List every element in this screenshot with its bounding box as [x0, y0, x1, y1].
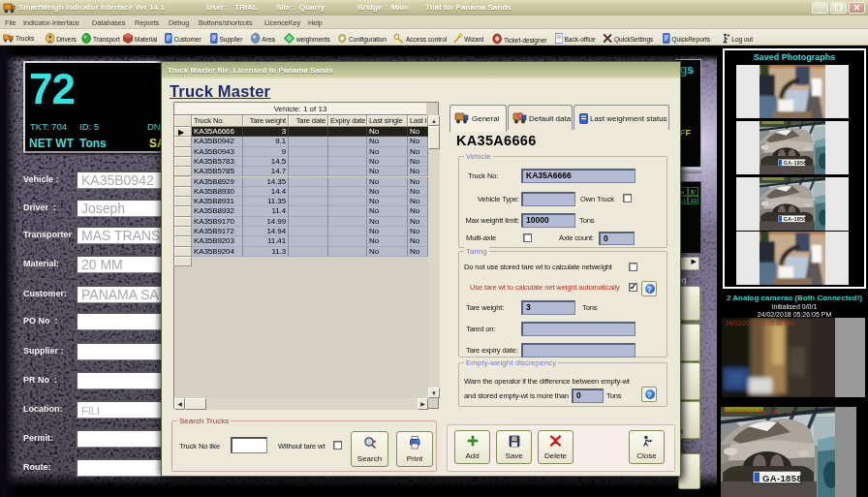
svg-text:GA-1858: GA-1858	[784, 216, 807, 222]
svg-text:24/02/2018 05:26:05 PM: 24/02/2018 05:26:05 PM	[725, 409, 792, 416]
svg-text:GA-1858: GA-1858	[762, 473, 802, 483]
svg-text:GA-1858: GA-1858	[784, 160, 807, 166]
svg-text:24/02/2018 05:26:05 PM: 24/02/2018 05:26:05 PM	[726, 320, 793, 326]
